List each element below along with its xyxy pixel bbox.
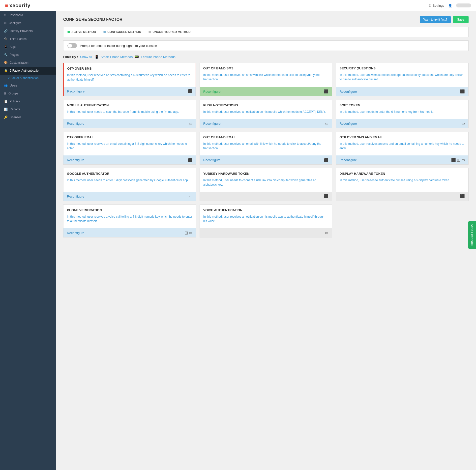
featurephone-methods-filter[interactable]: Feature Phone Methods (141, 55, 175, 59)
device-icon: ⬛ (324, 158, 328, 162)
card-title-yubikey: YUBIKEY HARDWARE TOKEN (203, 172, 329, 176)
card-desc-otp-sms: In this method, user receives an sms con… (67, 73, 192, 82)
footer-icons-voice-auth: ▭ (325, 231, 328, 235)
sidebar-item-label: Reports (10, 108, 20, 111)
card-footer-security-questions[interactable]: Reconfigure⬛ (336, 87, 468, 96)
sidebar-item-label: Dashboard (8, 13, 23, 17)
filter-label: Filter By : (63, 55, 78, 59)
sidebar-item-reports[interactable]: 📊 Reports (0, 105, 56, 113)
sidebar-item-customization[interactable]: 🎨 Customization (0, 59, 56, 67)
device-icon: ⬛ (324, 89, 328, 94)
dashboard-icon: ⊞ (4, 13, 6, 17)
card-footer-phone-verification[interactable]: Reconfigure◫▭ (63, 228, 196, 237)
apps-icon: 📱 (4, 45, 8, 49)
sidebar-item-users[interactable]: 👥 Users (0, 82, 56, 89)
settings-link[interactable]: ⚙ Settings (429, 4, 444, 7)
card-footer-google-auth[interactable]: Reconfigure▭ (63, 192, 196, 201)
card-footer-soft-token[interactable]: Reconfigure▭ (336, 119, 468, 128)
sidebar-item-apps[interactable]: 📱 Apps (0, 43, 56, 51)
topnav-right: ⚙ Settings 👤 (429, 3, 471, 7)
header-buttons: Want to try it first? Save (420, 16, 469, 23)
sidebar-item-policies[interactable]: 📋 Policies (0, 97, 56, 105)
footer-icons-otp-email: ⬛ (188, 158, 192, 162)
device-icon: ▭ (325, 121, 328, 126)
reconfigure-label-google-auth: Reconfigure (67, 195, 84, 198)
card-footer-voice-auth[interactable]: ▭ (200, 228, 332, 237)
show-all-filter[interactable]: Show All (80, 55, 92, 59)
unconfigured-dot (149, 31, 151, 33)
card-body-otp-email: OTP OVER EMAILIn this method, user recei… (63, 132, 196, 155)
method-card-display-hw-token: DISPLAY HARDWARE TOKENIn this method, us… (336, 168, 469, 201)
footer-icons-otp-sms-email: ⬛◫▭ (451, 158, 465, 162)
card-footer-display-hw-token[interactable]: ⬛ (336, 192, 468, 201)
card-title-soft-token: SOFT TOKEN (339, 103, 465, 107)
card-footer-yubikey[interactable]: ⬛ (200, 192, 332, 201)
method-card-yubikey: YUBIKEY HARDWARE TOKENIn this method, us… (200, 168, 332, 201)
card-title-otp-email: OTP OVER EMAIL (67, 135, 192, 139)
card-body-out-of-band-email: OUT OF BAND EMAILIn this method, user re… (200, 132, 332, 155)
device-icon: ▭ (461, 121, 465, 126)
card-title-otp-sms-email: OTP OVER SMS AND EMAIL (339, 135, 465, 139)
card-footer-out-of-band-sms[interactable]: Reconfigure⬛ (200, 87, 332, 96)
sidebar-item-label: Identity Providers (10, 29, 33, 33)
reconfigure-label-otp-email: Reconfigure (67, 158, 84, 162)
card-body-push-notifications: PUSH NOTIFICATIONSIn this method, user r… (200, 100, 332, 119)
save-button[interactable]: Save (453, 16, 469, 23)
card-body-display-hw-token: DISPLAY HARDWARE TOKENIn this method, us… (336, 168, 468, 192)
smartphone-methods-filter[interactable]: Smart Phone Methods (101, 55, 133, 59)
card-footer-out-of-band-email[interactable]: Reconfigure⬛ (200, 155, 332, 164)
footer-icons-security-questions: ⬛ (460, 89, 465, 94)
sidebar-item-dashboard[interactable]: ⊞ Dashboard (0, 11, 56, 19)
card-desc-mobile-auth: In this method, user needs to scan the b… (67, 110, 192, 114)
card-desc-otp-email: In this method, user receives an email c… (67, 142, 192, 150)
footer-icons-display-hw-token: ⬛ (460, 194, 465, 199)
card-footer-push-notifications[interactable]: Reconfigure▭ (200, 119, 332, 128)
footer-icons-yubikey: ⬛ (324, 194, 328, 199)
card-desc-out-of-band-sms: In this method, user receives an sms wit… (203, 73, 329, 82)
card-body-phone-verification: PHONE VERIFICATIONIn this method, user r… (63, 205, 196, 228)
sidebar-item-licenses[interactable]: 🔑 Licenses (0, 113, 56, 121)
sidebar-item-groups[interactable]: ⊞ Groups (0, 89, 56, 97)
card-footer-otp-email[interactable]: Reconfigure⬛ (63, 155, 196, 164)
toggle-row: Prompt for second factor during signin t… (63, 40, 469, 51)
sidebar-sub-2fa-config[interactable]: 2-Factor Authentication (0, 75, 56, 82)
device-icon: ⬛ (187, 89, 192, 93)
legend-configured: CONFIGURED METHOD (103, 30, 141, 34)
legend-active-label: ACTIVE METHOD (71, 30, 96, 34)
method-card-otp-email: OTP OVER EMAILIn this method, user recei… (63, 132, 196, 165)
card-footer-otp-sms[interactable]: Reconfigure⬛ (64, 87, 196, 96)
signin-toggle[interactable] (67, 43, 77, 48)
card-desc-yubikey: In this method, user needs to connect a … (203, 178, 329, 187)
sidebar-item-configure[interactable]: ⚙ Configure (0, 19, 56, 27)
method-card-out-of-band-email: OUT OF BAND EMAILIn this method, user re… (200, 132, 332, 165)
card-desc-security-questions: In this method, user answers some knowle… (339, 73, 465, 82)
device-icon: ⬛ (324, 194, 328, 199)
user-avatar (456, 3, 471, 7)
footer-icons-phone-verification: ◫▭ (184, 231, 192, 235)
sidebar-item-label: Policies (10, 100, 20, 103)
device-icon: ◫ (457, 158, 460, 162)
card-footer-mobile-auth[interactable]: Reconfigure▭ (63, 119, 196, 128)
feedback-tab[interactable]: Send Feedback (468, 221, 476, 249)
sidebar-item-idp[interactable]: 🔗 Identity Providers (0, 27, 56, 35)
main-content: Configure Second Factor Want to try it f… (56, 11, 476, 470)
user-icon[interactable]: 👤 (448, 4, 452, 7)
sidebar-item-third-parties[interactable]: 🔌 Third Parties (0, 35, 56, 43)
sidebar-item-label: Configure (9, 21, 22, 25)
footer-icons-otp-sms: ⬛ (187, 89, 192, 93)
logo: ■ xecurify (5, 3, 30, 8)
card-title-security-questions: SECURITY QUESTIONS (339, 66, 465, 70)
card-title-push-notifications: PUSH NOTIFICATIONS (203, 103, 329, 107)
sidebar-item-label: Customization (10, 61, 29, 64)
logo-shield-icon: ■ (5, 3, 8, 8)
sidebar-item-plugins[interactable]: 🔧 Plugins (0, 51, 56, 59)
legend: ACTIVE METHOD CONFIGURED METHOD UNCONFIG… (63, 27, 469, 37)
sidebar-item-2fa[interactable]: 🔒 2-Factor Authentication (0, 67, 56, 75)
device-icon: ▭ (189, 194, 192, 199)
device-icon: ◫ (184, 231, 188, 235)
card-footer-otp-sms-email[interactable]: Reconfigure⬛◫▭ (336, 155, 468, 164)
card-title-out-of-band-sms: OUT OF BAND SMS (203, 66, 329, 70)
smartphone-filter-icon: 📱 (94, 55, 99, 59)
try-first-button[interactable]: Want to try it first? (420, 16, 451, 23)
card-desc-display-hw-token: In this method, user needs to authentica… (339, 178, 465, 182)
